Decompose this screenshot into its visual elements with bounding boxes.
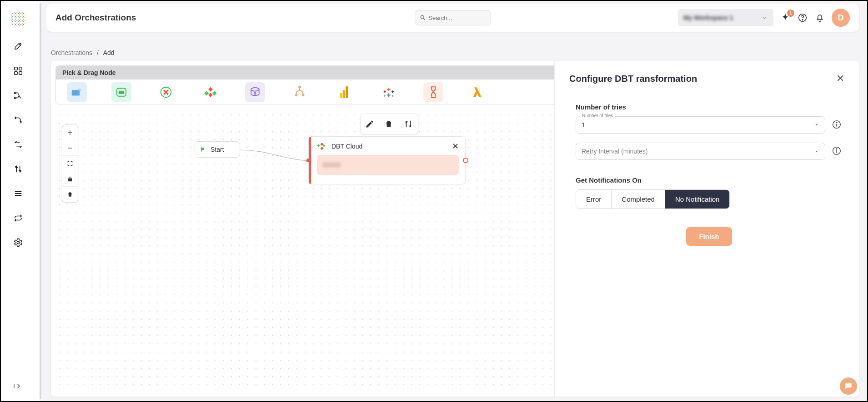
page-title: Add Orchestrations — [55, 13, 136, 23]
svg-rect-23 — [343, 90, 345, 98]
tries-field-label: Number of tries — [580, 113, 615, 118]
svg-point-10 — [421, 15, 424, 19]
left-sidebar — [1, 1, 35, 401]
svg-point-4 — [14, 92, 16, 94]
workspace-dropdown[interactable]: My Workspace 1 — [678, 9, 773, 26]
palette-branch-icon[interactable] — [290, 82, 310, 102]
palette-destination-icon[interactable] — [111, 82, 131, 102]
chevron-down-icon — [814, 149, 819, 154]
zoom-controls — [62, 124, 78, 203]
flag-icon — [200, 146, 207, 153]
svg-rect-24 — [346, 86, 348, 98]
node-close-icon[interactable]: ✕ — [452, 141, 459, 151]
tries-value: 1 — [582, 121, 585, 129]
dbt-cloud-node[interactable]: DBT Cloud ✕ — [308, 136, 466, 184]
zoom-delete-button[interactable] — [62, 187, 78, 202]
bell-icon[interactable] — [814, 12, 825, 23]
palette-tableau-icon[interactable] — [379, 82, 399, 102]
notif-option-error[interactable]: Error — [576, 190, 612, 208]
info-icon[interactable] — [832, 146, 843, 157]
zoom-lock-button[interactable] — [62, 171, 78, 187]
svg-rect-1 — [19, 67, 21, 70]
chevron-down-icon — [761, 14, 768, 21]
palette-lambda-icon[interactable] — [468, 82, 488, 102]
svg-rect-22 — [340, 93, 342, 98]
breadcrumb-current: Add — [103, 49, 115, 56]
svg-point-21 — [302, 94, 304, 96]
retry-interval-placeholder: Retry Interval (minutes) — [582, 148, 647, 155]
notifications-label: Get Notifications On — [576, 176, 843, 184]
dbt-node-value-redacted — [322, 162, 341, 168]
dbt-icon — [317, 141, 327, 151]
edit-icon[interactable] — [365, 119, 374, 129]
info-icon[interactable] — [832, 119, 843, 130]
notif-option-completed[interactable]: Completed — [612, 190, 665, 208]
svg-point-18 — [251, 88, 259, 91]
chevron-down-icon — [814, 122, 819, 128]
zoom-fit-button[interactable] — [62, 156, 78, 171]
palette-powerbi-icon[interactable] — [334, 82, 354, 102]
breadcrumb: Orchestrations / Add — [51, 49, 115, 56]
chat-bubble-button[interactable] — [840, 377, 857, 395]
svg-point-9 — [17, 241, 20, 244]
svg-rect-3 — [19, 72, 21, 74]
node-input-handle[interactable] — [306, 159, 310, 162]
brand-logo — [10, 11, 26, 27]
nav-sync-icon[interactable] — [13, 213, 24, 223]
nav-merge-icon[interactable] — [13, 114, 24, 125]
notification-toggle-group: Error Completed No Notification — [576, 189, 730, 209]
config-panel-title: Configure DBT ransformation — [569, 74, 697, 84]
zoom-out-button[interactable] — [62, 140, 78, 156]
nav-pipeline-icon[interactable] — [13, 90, 24, 101]
route-icon[interactable] — [403, 119, 413, 129]
svg-point-19 — [299, 86, 301, 88]
ai-sparkle-button[interactable]: 1 — [780, 12, 791, 23]
search-icon — [420, 14, 426, 21]
tries-select[interactable]: 1 — [576, 116, 825, 134]
palette-dbt-icon[interactable] — [201, 82, 221, 102]
start-node-label: Start — [211, 146, 224, 153]
svg-point-34 — [836, 149, 837, 149]
palette-db-push-icon[interactable] — [245, 82, 265, 102]
nav-dashboard-icon[interactable] — [13, 65, 24, 76]
svg-point-13 — [802, 20, 803, 20]
svg-point-20 — [296, 94, 297, 96]
node-output-handle[interactable] — [463, 158, 468, 163]
tries-section-label: Number of tries — [576, 103, 843, 111]
help-icon[interactable] — [797, 12, 808, 23]
delete-icon[interactable] — [384, 119, 393, 129]
config-panel: Configure DBT ransformation ✕ Number of … — [554, 61, 859, 397]
nav-rocket-icon[interactable] — [13, 41, 24, 52]
retry-interval-select[interactable]: Retry Interval (minutes) — [576, 143, 825, 160]
svg-point-5 — [14, 97, 16, 99]
start-node[interactable]: Start — [195, 141, 240, 158]
zoom-in-button[interactable] — [62, 125, 78, 140]
notification-badge: 1 — [787, 10, 794, 17]
nav-compare-icon[interactable] — [13, 164, 24, 174]
node-edit-toolbar — [360, 114, 418, 134]
finish-button[interactable]: Finish — [686, 227, 732, 246]
notif-option-none[interactable]: No Notification — [665, 190, 730, 208]
svg-rect-0 — [14, 67, 17, 70]
svg-line-11 — [423, 18, 425, 20]
nav-settings-icon[interactable] — [13, 237, 24, 248]
config-close-icon[interactable]: ✕ — [836, 73, 844, 84]
search-box[interactable] — [415, 10, 491, 25]
sidebar-collapse-icon[interactable] — [13, 382, 24, 393]
nav-list-icon[interactable] — [13, 188, 24, 199]
palette-delete-icon[interactable] — [156, 82, 176, 102]
svg-point-31 — [836, 122, 837, 123]
svg-rect-16 — [119, 91, 125, 94]
workspace-label: My Workspace 1 — [683, 14, 733, 21]
dbt-node-body[interactable] — [317, 155, 459, 175]
breadcrumb-root[interactable]: Orchestrations — [51, 49, 92, 56]
search-input[interactable] — [428, 15, 486, 21]
top-bar: Add Orchestrations My Workspace 1 1 D — [46, 4, 859, 32]
svg-rect-2 — [14, 72, 17, 74]
palette-timer-icon[interactable] — [423, 82, 443, 102]
user-avatar[interactable]: D — [832, 9, 850, 27]
svg-rect-14 — [72, 90, 80, 96]
dbt-node-title: DBT Cloud — [331, 143, 362, 150]
palette-source-icon[interactable] — [67, 82, 87, 102]
nav-transform-icon[interactable] — [13, 139, 24, 150]
